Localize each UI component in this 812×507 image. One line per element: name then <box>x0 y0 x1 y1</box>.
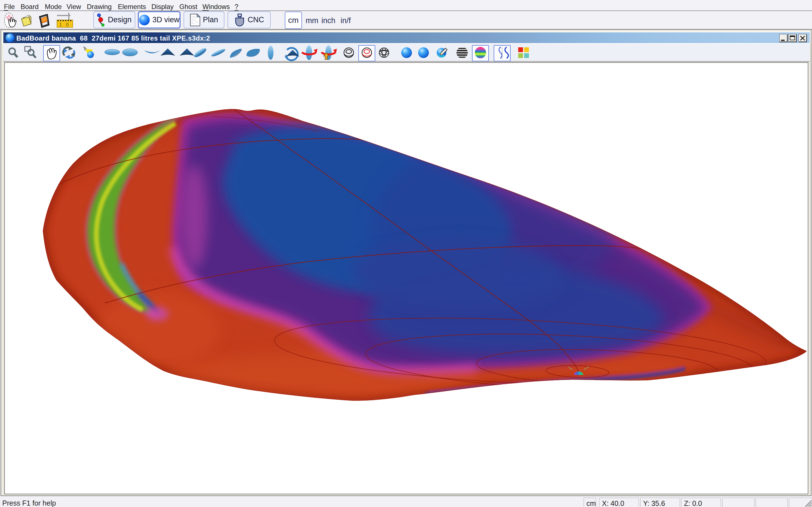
svg-text:1: 1 <box>59 22 62 27</box>
svg-text:0: 0 <box>66 22 68 27</box>
